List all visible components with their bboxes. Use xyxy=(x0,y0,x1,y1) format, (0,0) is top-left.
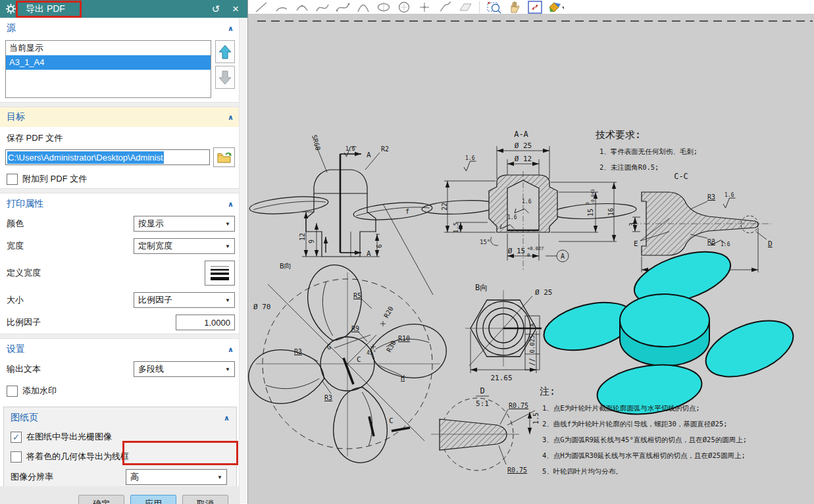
define-width-button[interactable] xyxy=(205,261,235,286)
list-item[interactable]: 当前显示 xyxy=(6,41,211,55)
dim-r2: R2 xyxy=(381,145,389,153)
color-dropdown[interactable]: 按显示 ▼ xyxy=(134,216,235,232)
group-source-header[interactable]: 源 ∧ xyxy=(0,18,240,37)
line-widths-icon xyxy=(210,265,230,282)
notes-line: 1、点E为叶轮叶片截面轮廓圆弧与水平切线的切点; xyxy=(542,404,700,412)
move-down-button[interactable] xyxy=(215,66,235,89)
width-value: 定制宽度 xyxy=(138,240,172,252)
finish-1-6: 1.6 xyxy=(345,146,355,152)
size-label: 大小 xyxy=(7,294,24,306)
output-text-dropdown[interactable]: 多段线 ▼ xyxy=(134,361,235,377)
helix-icon[interactable] xyxy=(436,1,453,14)
collapse-caret-icon[interactable]: ∧ xyxy=(228,200,234,209)
notes-line: 2、曲线f为叶轮叶片轮廓的引导线，螺距30，基圆直径Ø25; xyxy=(542,420,728,428)
spline-icon[interactable] xyxy=(313,1,331,14)
label-f: f xyxy=(405,208,409,215)
toolbar-separator xyxy=(479,1,480,13)
dialog-titlebar[interactable]: 导出 PDF ↺ × xyxy=(0,0,247,18)
dim-3: 3 xyxy=(628,222,636,226)
arc-icon[interactable] xyxy=(272,1,290,14)
pan-icon[interactable] xyxy=(505,1,523,14)
orient-view-icon[interactable] xyxy=(546,1,564,14)
watermark-checkbox[interactable] xyxy=(7,386,18,397)
finish-1-6: 1.6 xyxy=(465,155,475,161)
finish-1-6: 1.6 xyxy=(507,214,517,220)
size-dropdown[interactable]: 比例因子 ▼ xyxy=(134,292,235,308)
dim-dia25: Ø 25 xyxy=(535,288,553,297)
collapse-caret-icon[interactable]: ∧ xyxy=(224,414,230,422)
detail-name: D xyxy=(480,386,484,395)
apply-button[interactable]: 应用 xyxy=(130,495,176,504)
resolution-label: 图像分辨率 xyxy=(11,471,53,483)
group-print-header[interactable]: 打印属性 ∧ xyxy=(0,193,240,213)
circle-icon[interactable] xyxy=(395,1,413,14)
dim-dia70: Ø 70 xyxy=(253,303,271,311)
scale-factor-value: 1.0000 xyxy=(204,318,230,328)
view-title-cc: C-C xyxy=(674,172,688,181)
dim-45deg: 45° xyxy=(367,350,376,356)
dim-r5: R5 xyxy=(353,292,361,299)
ellipse-icon[interactable] xyxy=(374,1,392,14)
view-aa-labels: A-A Ø 25 Ø 12 22 1.5 15° 1.6 1.6 1.6 Ø 1… xyxy=(441,130,615,260)
detail-scale: 5:1 xyxy=(476,399,489,408)
ok-button[interactable]: 确定 xyxy=(78,495,124,504)
label-e: E xyxy=(634,239,638,248)
raster-label: 在图纸中导出光栅图像 xyxy=(26,431,112,443)
raster-checkbox[interactable]: ✓ xyxy=(11,432,22,443)
section-label-a: A xyxy=(367,249,371,258)
label-b-direction: B向 xyxy=(280,262,292,270)
sheet-subgroup: 图纸页 ∧ ✓ 在图纸中导出光栅图像 将着色的几何体导出为线框 图像分辨率 高 … xyxy=(3,407,237,491)
dim-r3: R3 xyxy=(294,348,302,355)
finish-1-6: 1.6 xyxy=(721,241,730,247)
group-sheet-header[interactable]: 图纸页 ∧ xyxy=(4,407,236,426)
group-settings-header[interactable]: 设置 ∧ xyxy=(0,339,240,358)
move-up-button[interactable] xyxy=(215,40,235,63)
scale-factor-input[interactable]: 1.0000 xyxy=(176,315,235,330)
reset-icon[interactable]: ↺ xyxy=(209,0,222,18)
dialog-scrollbar[interactable] xyxy=(239,18,247,503)
zoom-area-icon[interactable] xyxy=(485,1,503,14)
parallelism-symbol: // xyxy=(528,358,536,366)
dim-r075: R0.75 xyxy=(509,402,528,409)
size-value: 比例因子 xyxy=(138,294,172,306)
shaded-3d-model[interactable] xyxy=(539,241,801,420)
dim-r3: R3 xyxy=(324,394,332,401)
up-arrow-icon xyxy=(218,44,232,60)
point-icon[interactable] xyxy=(415,1,433,14)
line-icon[interactable] xyxy=(252,1,270,14)
close-icon[interactable]: × xyxy=(229,0,242,18)
list-item-selected[interactable]: A3_1_A4 xyxy=(6,55,211,70)
drawing-canvas[interactable]: A A SR60 1.6 R2 12 9 6 f B向 xyxy=(248,14,814,504)
dim-r3: R3 xyxy=(707,193,715,201)
pdf-path-value: C:\Users\Administrator\Desktop\Administ xyxy=(7,151,164,164)
group-target-header[interactable]: 目标 ∧ xyxy=(0,107,240,127)
label-c: C xyxy=(389,416,394,425)
dim-dia25: Ø 25 xyxy=(515,141,532,150)
collapse-caret-icon[interactable]: ∧ xyxy=(228,24,234,33)
dim-r3: R3 xyxy=(707,238,715,245)
zoom-icon[interactable] xyxy=(526,1,544,14)
dialog-title: 导出 PDF xyxy=(23,3,73,15)
source-listbox[interactable]: 当前显示 A3_1_A4 xyxy=(5,40,211,98)
cancel-button[interactable]: 取消 xyxy=(182,495,228,504)
dim-r075: R0.75 xyxy=(507,466,527,474)
dim-r30: R30 xyxy=(385,340,397,353)
width-dropdown[interactable]: 定制宽度 ▼ xyxy=(134,238,235,254)
wireframe-checkbox[interactable] xyxy=(11,451,22,463)
arc3pt-icon[interactable] xyxy=(293,1,311,14)
collapse-caret-icon[interactable]: ∧ xyxy=(228,113,234,122)
save-pdf-label: 保存 PDF 文件 xyxy=(0,127,240,146)
finish-1-6: 1.6 xyxy=(725,192,734,198)
dim-r9: R9 xyxy=(351,325,359,332)
resolution-dropdown[interactable]: 高 ▼ xyxy=(126,469,227,485)
conic-icon[interactable] xyxy=(354,1,372,14)
separator xyxy=(0,102,240,107)
curve-toolbar xyxy=(248,0,814,14)
collapse-caret-icon[interactable]: ∧ xyxy=(228,345,234,354)
append-pdf-checkbox[interactable] xyxy=(7,174,18,185)
browse-folder-button[interactable] xyxy=(213,147,235,167)
face-icon[interactable] xyxy=(456,1,474,14)
pdf-path-input[interactable]: C:\Users\Administrator\Desktop\Administ xyxy=(5,149,210,165)
studio-spline-icon[interactable] xyxy=(334,1,351,14)
section-label-a: A xyxy=(367,151,371,159)
